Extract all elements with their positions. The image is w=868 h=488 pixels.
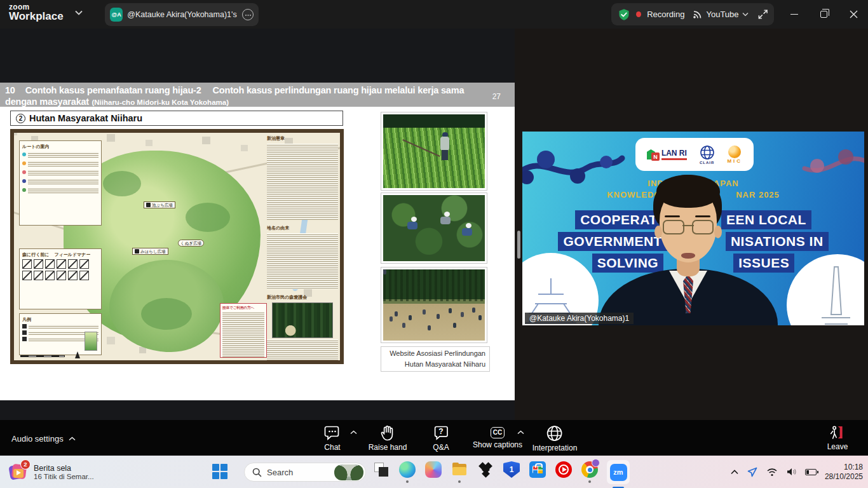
map-text-column: 新治憲章 地名の由来 新治市民の森愛護会 xyxy=(267,135,338,358)
worker-figure xyxy=(440,217,451,224)
legend-box: 凡例 xyxy=(19,313,102,355)
widgets-news-button[interactable]: 2 Berita sela 16 Titik di Semar... xyxy=(5,459,98,485)
minimize-button[interactable] xyxy=(780,0,809,29)
workspace-chevron-down-icon[interactable] xyxy=(75,10,83,15)
fullscreen-expand-icon[interactable] xyxy=(758,9,768,20)
mic-logo-icon xyxy=(728,146,741,158)
dropbox-button[interactable] xyxy=(477,461,494,483)
youtube-music-button[interactable] xyxy=(555,461,573,483)
pine-branch-decoration-left xyxy=(522,139,625,215)
speaker-shirt xyxy=(669,271,707,305)
audio-settings-button[interactable]: Audio settings xyxy=(11,434,76,444)
qa-label: Q&A xyxy=(433,443,449,452)
youtube-label: YouTube xyxy=(706,10,738,19)
leave-button[interactable]: Leave xyxy=(827,425,848,451)
task-view-button[interactable] xyxy=(372,461,390,483)
search-daily-image[interactable] xyxy=(334,464,363,480)
file-explorer-icon xyxy=(451,461,468,478)
chat-label: Chat xyxy=(324,443,340,452)
lanri-logo-icon: N xyxy=(647,148,660,161)
field-manner-title: フィールドマナー xyxy=(55,252,91,257)
taskbar-app-icons: 1 zm xyxy=(372,461,630,483)
chat-chevron-up-icon[interactable] xyxy=(350,430,357,435)
before-forest-title: 森に行く前に xyxy=(22,252,50,257)
shared-screen-tab[interactable]: @A @Katauke Akira(Yokohama)1's sc xyxy=(105,3,259,26)
restore-icon xyxy=(820,11,827,18)
task-view-icon xyxy=(373,461,390,478)
map-label-ikebuchi: 池ぶち広場 xyxy=(144,201,175,208)
clair-logo-text: CLAIR xyxy=(700,161,714,165)
broadcast-icon xyxy=(693,10,703,19)
group-use-notice-box: 団体でご利用の方へ xyxy=(220,303,267,358)
security-shield-icon[interactable] xyxy=(618,8,630,22)
copilot-icon xyxy=(425,461,442,478)
route-dot-cyan xyxy=(22,152,26,156)
volume-icon[interactable] xyxy=(786,467,797,477)
news-headline: Berita sela 16 Titik di Semar... xyxy=(34,464,94,480)
battery-icon[interactable] xyxy=(805,469,817,475)
association-photo xyxy=(272,302,333,338)
interpretation-button[interactable]: Interpretation xyxy=(532,425,578,452)
edge-icon xyxy=(399,461,416,478)
speaker-video-tile[interactable]: N LAN RI CLAIR MIC INDONESIA - JAPAN KNO… xyxy=(522,132,864,325)
map-label-kunugi: くぬぎ広場 xyxy=(178,240,204,247)
zoom-app-button[interactable]: zm xyxy=(607,461,630,483)
clair-logo: CLAIR xyxy=(700,145,715,165)
forest-patch xyxy=(103,171,141,196)
notification-badge: 2 xyxy=(20,459,31,470)
chat-button[interactable]: Chat xyxy=(324,425,341,452)
association-heading: 新治市民の森愛護会 xyxy=(267,294,338,301)
niiharu-forest-map: ルートの案内 森に行く前に フィールドマナー xyxy=(10,129,344,364)
captions-icon: CC xyxy=(491,427,505,438)
meeting-status-pill: Recording YouTube xyxy=(611,3,774,25)
chrome-button[interactable] xyxy=(581,461,599,483)
tray-chevron-up-icon[interactable] xyxy=(731,470,738,475)
raise-hand-button[interactable]: Raise hand xyxy=(369,425,407,452)
raise-hand-icon xyxy=(380,425,395,441)
taskbar-clock[interactable]: 10:18 28/10/2025 xyxy=(825,463,863,482)
search-box[interactable]: Search xyxy=(244,463,366,482)
photo-pruning-work xyxy=(381,193,487,264)
legend-forest-swatch xyxy=(85,332,97,351)
map-label-miharashi: みはらし広場 xyxy=(132,248,168,255)
windows-taskbar: 2 Berita sela 16 Titik di Semar... Searc… xyxy=(0,456,868,488)
start-button[interactable] xyxy=(212,464,227,479)
route-entry xyxy=(22,179,98,185)
section-title: Hutan Masyarakat Niiharu xyxy=(29,113,142,123)
captions-chevron-up-icon[interactable] xyxy=(517,430,524,435)
seminar-logos-banner: N LAN RI CLAIR MIC xyxy=(635,138,754,171)
tab-label: @Katauke Akira(Yokohama)1's sc xyxy=(127,10,238,19)
running-indicator xyxy=(588,480,591,483)
copilot-button[interactable] xyxy=(424,461,442,483)
raise-hand-label: Raise hand xyxy=(369,443,407,452)
qa-button[interactable]: ? Q&A xyxy=(433,425,449,452)
running-indicator xyxy=(458,480,461,483)
restore-button[interactable] xyxy=(809,0,838,29)
close-button[interactable] xyxy=(839,0,868,29)
wifi-icon[interactable] xyxy=(766,468,778,477)
route-dot-green xyxy=(22,188,26,192)
slide-title-part1: Contoh kasus pemanfaatan ruang hijau-2 xyxy=(25,85,201,95)
location-arrow-icon[interactable] xyxy=(747,466,758,478)
tab-options-icon[interactable] xyxy=(242,9,254,20)
charter-heading: 新治憲章 xyxy=(267,135,338,142)
photo-caption-box: Website Asosiasi Perlindungan Hutan Masy… xyxy=(381,346,490,372)
section-heading-box: 2 Hutan Masyarakat Niiharu xyxy=(10,111,343,126)
map-buildings xyxy=(14,133,17,135)
password-manager-button[interactable]: 1 xyxy=(503,461,520,483)
share-view-scrollbar[interactable] xyxy=(517,231,520,259)
file-explorer-button[interactable] xyxy=(451,461,468,483)
worker-figure xyxy=(407,222,417,229)
banner-title-line2: GOVERNMENTNISATIONS IN xyxy=(522,232,864,251)
slide-page-number: 27 xyxy=(492,92,501,102)
microsoft-store-button[interactable] xyxy=(529,461,546,483)
youtube-live-dropdown[interactable]: YouTube xyxy=(693,10,748,19)
show-captions-button[interactable]: CC Show captions xyxy=(473,425,522,449)
association-text-lines xyxy=(267,339,338,360)
minimize-icon xyxy=(790,14,798,15)
route-guide-box: ルートの案内 xyxy=(19,140,102,226)
zoom-app-window: zoom Workplace @A @Katauke Akira(Yokoham… xyxy=(0,0,868,488)
edge-browser-button[interactable] xyxy=(398,461,416,483)
clock-date: 28/10/2025 xyxy=(825,472,863,482)
audio-settings-chevron-up-icon[interactable] xyxy=(69,437,76,441)
